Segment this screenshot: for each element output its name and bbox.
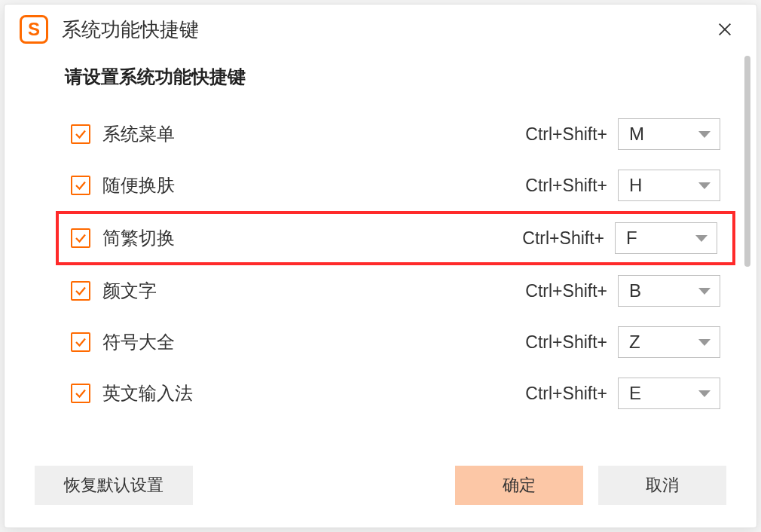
section-title: 请设置系统功能快捷键 bbox=[5, 65, 756, 109]
check-icon bbox=[74, 127, 87, 141]
app-icon: S bbox=[20, 15, 48, 44]
app-icon-letter: S bbox=[28, 19, 40, 40]
key-select[interactable]: B bbox=[618, 275, 720, 307]
close-button[interactable] bbox=[711, 16, 738, 43]
check-icon bbox=[74, 387, 87, 400]
shortcut-label: 简繁切换 bbox=[102, 226, 522, 250]
check-icon bbox=[74, 179, 87, 192]
chevron-down-icon bbox=[698, 288, 711, 295]
window-title: 系统功能快捷键 bbox=[62, 17, 711, 43]
chevron-down-icon bbox=[698, 390, 711, 397]
modifier-prefix: Ctrl+Shift+ bbox=[525, 332, 607, 353]
shortcut-row: 随便换肤Ctrl+Shift+H bbox=[65, 160, 726, 211]
check-icon bbox=[74, 231, 87, 245]
dialog-body: 请设置系统功能快捷键 系统菜单Ctrl+Shift+M随便换肤Ctrl+Shif… bbox=[5, 50, 756, 466]
reset-defaults-button[interactable]: 恢复默认设置 bbox=[35, 466, 193, 505]
key-select[interactable]: H bbox=[618, 170, 720, 201]
key-value: Z bbox=[629, 332, 698, 353]
key-value: B bbox=[629, 280, 698, 301]
shortcut-settings-dialog: S 系统功能快捷键 请设置系统功能快捷键 系统菜单Ctrl+Shift+M随便换… bbox=[4, 4, 757, 528]
shortcut-label: 随便换肤 bbox=[102, 173, 525, 197]
modifier-prefix: Ctrl+Shift+ bbox=[525, 176, 607, 196]
shortcut-checkbox[interactable] bbox=[71, 332, 90, 352]
chevron-down-icon bbox=[698, 182, 711, 189]
modifier-prefix: Ctrl+Shift+ bbox=[525, 124, 607, 145]
titlebar: S 系统功能快捷键 bbox=[5, 5, 756, 50]
ok-button[interactable]: 确定 bbox=[455, 466, 583, 505]
shortcut-checkbox[interactable] bbox=[71, 384, 90, 403]
dialog-footer: 恢复默认设置 确定 取消 bbox=[5, 466, 756, 527]
shortcut-checkbox[interactable] bbox=[71, 228, 90, 248]
shortcut-row: 系统菜单Ctrl+Shift+M bbox=[65, 109, 726, 160]
scrollbar-thumb[interactable] bbox=[744, 56, 750, 267]
chevron-down-icon bbox=[695, 235, 708, 242]
key-select[interactable]: F bbox=[615, 222, 717, 254]
key-value: E bbox=[629, 383, 698, 404]
chevron-down-icon bbox=[698, 131, 711, 138]
key-select[interactable]: Z bbox=[618, 326, 720, 358]
chevron-down-icon bbox=[698, 339, 711, 346]
shortcut-list: 系统菜单Ctrl+Shift+M随便换肤Ctrl+Shift+H简繁切换Ctrl… bbox=[5, 109, 756, 419]
shortcut-label: 英文输入法 bbox=[102, 381, 525, 405]
shortcut-checkbox[interactable] bbox=[71, 176, 90, 195]
check-icon bbox=[74, 284, 87, 298]
shortcut-row: 符号大全Ctrl+Shift+Z bbox=[65, 316, 726, 368]
key-value: H bbox=[629, 175, 698, 196]
key-select[interactable]: E bbox=[618, 378, 720, 409]
shortcut-row: 英文输入法Ctrl+Shift+E bbox=[65, 368, 726, 419]
shortcut-checkbox[interactable] bbox=[71, 281, 90, 301]
key-value: M bbox=[629, 124, 698, 145]
shortcut-row: 简繁切换Ctrl+Shift+F bbox=[56, 211, 735, 265]
modifier-prefix: Ctrl+Shift+ bbox=[525, 281, 607, 301]
shortcut-checkbox[interactable] bbox=[71, 124, 90, 144]
shortcut-label: 符号大全 bbox=[102, 330, 525, 354]
shortcut-label: 颜文字 bbox=[102, 279, 525, 303]
modifier-prefix: Ctrl+Shift+ bbox=[522, 228, 604, 249]
key-select[interactable]: M bbox=[618, 118, 720, 150]
cancel-button[interactable]: 取消 bbox=[598, 466, 726, 505]
modifier-prefix: Ctrl+Shift+ bbox=[525, 384, 607, 404]
shortcut-label: 系统菜单 bbox=[102, 122, 525, 146]
key-value: F bbox=[626, 228, 695, 249]
shortcut-row: 颜文字Ctrl+Shift+B bbox=[65, 265, 726, 316]
check-icon bbox=[74, 335, 87, 349]
close-icon bbox=[717, 21, 733, 38]
